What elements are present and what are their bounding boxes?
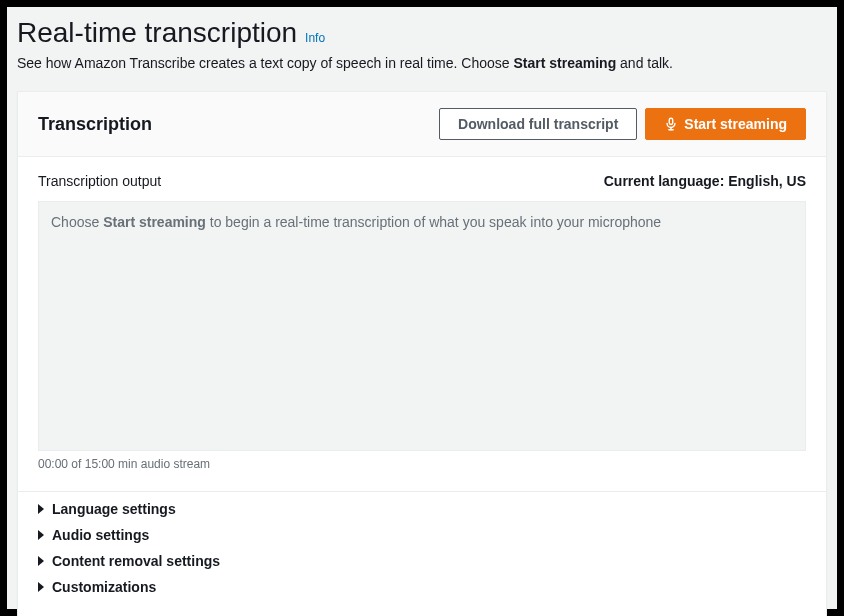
transcription-output-box: Choose Start streaming to begin a real-t… [38,201,806,451]
expander-language-settings[interactable]: Language settings [38,496,806,522]
caret-right-icon [38,582,44,592]
placeholder-post: to begin a real-time transcription of wh… [206,214,661,230]
desc-bold: Start streaming [513,55,616,71]
download-transcript-button[interactable]: Download full transcript [439,108,637,140]
caret-right-icon [38,504,44,514]
panel-actions: Download full transcript Start streaming [439,108,806,140]
svg-rect-0 [670,118,674,124]
settings-label: Content removal settings [52,553,220,569]
output-label: Transcription output [38,173,161,189]
output-row: Transcription output Current language: E… [38,173,806,189]
expander-customizations[interactable]: Customizations [38,574,806,600]
start-streaming-button[interactable]: Start streaming [645,108,806,140]
settings-label: Audio settings [52,527,149,543]
settings-label: Language settings [52,501,176,517]
page-header: Real-time transcription Info See how Ama… [17,17,827,79]
panel-title: Transcription [38,114,152,135]
start-label: Start streaming [684,114,787,134]
desc-post: and talk. [616,55,673,71]
page-description: See how Amazon Transcribe creates a text… [17,55,827,71]
caret-right-icon [38,530,44,540]
stream-time-label: 00:00 of 15:00 min audio stream [38,457,806,471]
settings-label: Customizations [52,579,156,595]
microphone-icon [664,117,678,131]
transcription-panel: Transcription Download full transcript [17,91,827,616]
info-link[interactable]: Info [305,31,325,45]
placeholder-bold: Start streaming [103,214,206,230]
page-title: Real-time transcription [17,17,297,49]
current-language-label: Current language: English, US [604,173,806,189]
expander-audio-settings[interactable]: Audio settings [38,522,806,548]
download-label: Download full transcript [458,114,618,134]
expander-content-removal-settings[interactable]: Content removal settings [38,548,806,574]
panel-body: Transcription output Current language: E… [18,157,826,475]
panel-header: Transcription Download full transcript [18,92,826,157]
desc-pre: See how Amazon Transcribe creates a text… [17,55,513,71]
placeholder-pre: Choose [51,214,103,230]
page-title-row: Real-time transcription Info [17,17,827,49]
settings-list: Language settings Audio settings Content… [18,491,826,616]
caret-right-icon [38,556,44,566]
page-container: Real-time transcription Info See how Ama… [7,7,837,609]
